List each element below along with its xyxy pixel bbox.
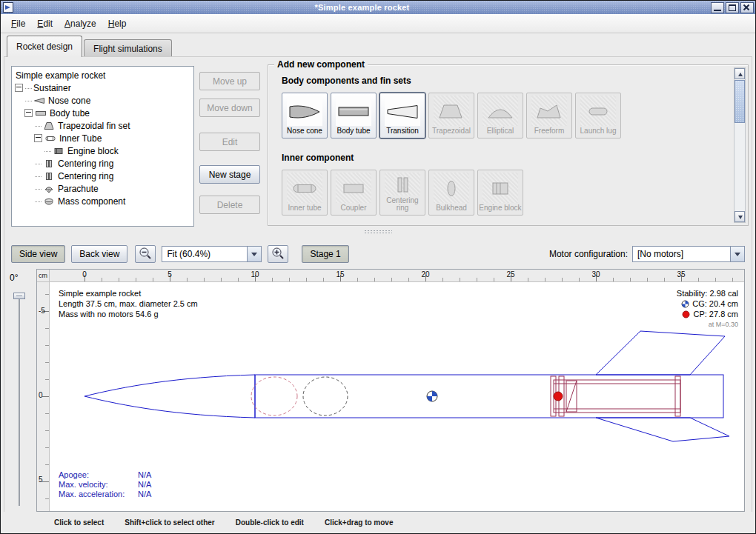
coupler-icon [336, 173, 371, 203]
hint-click-select: Click to select [54, 518, 104, 527]
titlebar: *Simple example rocket [1, 1, 755, 15]
component-button-centering-ring[interactable]: Centering ring [379, 170, 425, 216]
inner-tube-icon [287, 173, 322, 203]
tab-flight-simulations[interactable]: Flight simulations [84, 39, 172, 57]
move-down-button[interactable]: Move down [199, 99, 260, 117]
maximize-button[interactable] [726, 2, 739, 13]
component-button-launch-lug[interactable]: Launch lug [575, 93, 621, 138]
menu-help[interactable]: Help [102, 16, 133, 31]
rocket-view-panel: 0° cm 0 5 10 15 20 25 30 35 -5 0 5 [1, 269, 755, 512]
splitter-grip[interactable] [364, 230, 392, 234]
menu-file[interactable]: File [5, 16, 31, 31]
motor-configuration-select[interactable]: [No motors] [632, 246, 745, 262]
rocket-canvas: cm 0 5 10 15 20 25 30 35 -5 0 5 [36, 269, 745, 512]
tree-item-fin-set[interactable]: Trapezoidal fin set [12, 119, 193, 132]
menubar: File Edit Analyze Help [1, 14, 755, 33]
menu-edit[interactable]: Edit [31, 16, 59, 31]
inner-section-label: Inner component [282, 153, 354, 163]
tree-item-engine-block[interactable]: Engine block [12, 144, 193, 157]
zoom-level-select[interactable]: Fit (60.4%) [162, 246, 262, 262]
component-button-elliptical[interactable]: Elliptical [477, 93, 523, 138]
inner-tube-assembly [551, 376, 680, 416]
group-title: Add new component [274, 59, 368, 70]
transition-icon [385, 96, 420, 126]
view-toolbar: Side view Back view Fit (60.4%) Stage 1 … [1, 243, 755, 265]
hint-double-click: Double-click to edit [236, 518, 304, 527]
move-up-button[interactable]: Move up [199, 72, 260, 90]
centering-ring-icon [385, 173, 420, 196]
tree-item-mass-component[interactable]: Mass component [12, 195, 193, 207]
component-button-inner-tube[interactable]: Inner tube [282, 170, 328, 216]
component-button-body-tube[interactable]: Body tube [331, 93, 377, 138]
window-title: *Simple example rocket [13, 3, 711, 12]
body-component-buttons: Nose cone Body tube Transition Trapezoid… [282, 93, 621, 138]
zoom-out-button[interactable] [135, 245, 156, 263]
centering-ring-rear-shape [675, 376, 680, 416]
flight-data: Apogee:N/A Max. velocity:N/A Max. accele… [59, 470, 151, 499]
component-scrollbar [734, 67, 746, 223]
rocket-drawing-area[interactable]: Simple example rocket Length 37.5 cm, ma… [50, 282, 744, 511]
body-section-label: Body components and fin sets [282, 76, 411, 86]
delete-button[interactable]: Delete [199, 196, 260, 214]
ruler-unit-label: cm [37, 270, 50, 282]
cp-symbol [554, 392, 563, 401]
scroll-up-button[interactable] [735, 68, 745, 79]
scroll-down-button[interactable] [735, 211, 745, 222]
edit-button[interactable]: Edit [199, 133, 260, 151]
component-button-coupler[interactable]: Coupler [331, 170, 377, 216]
centering-ring-icon [43, 172, 55, 181]
back-view-button[interactable]: Back view [71, 245, 127, 263]
close-button[interactable] [740, 2, 754, 13]
add-component-group: Add new component Body components and fi… [268, 64, 749, 226]
component-button-freeform[interactable]: Freeform [526, 93, 572, 138]
freeform-fin-icon [531, 96, 567, 126]
scrollbar-thumb[interactable] [735, 80, 745, 123]
component-button-bulkhead[interactable]: Bulkhead [428, 170, 474, 216]
zoom-out-icon [139, 247, 152, 262]
bulkhead-icon [434, 173, 469, 203]
rotation-control: 0° [1, 269, 36, 512]
stage-1-toggle[interactable]: Stage 1 [302, 245, 348, 263]
component-tree[interactable]: Simple example rocket Sustainer Nose con… [11, 66, 194, 227]
stability-info: Stability: 2.98 cal CG: 20.4 cm CP: 27.8… [677, 288, 738, 330]
nose-cone-icon [33, 96, 45, 105]
zoom-in-button[interactable] [268, 245, 288, 263]
zoom-in-icon [271, 247, 285, 262]
tree-item-centering-ring-1[interactable]: Centering ring [12, 157, 193, 170]
tree-item-nose-cone[interactable]: Nose cone [12, 94, 193, 107]
body-tube-icon [35, 109, 47, 118]
tree-item-rocket[interactable]: Simple example rocket [12, 69, 193, 81]
component-button-engine-block[interactable]: Engine block [477, 170, 523, 216]
cp-icon [682, 310, 690, 318]
app-window: *Simple example rocket File Edit Analyze… [0, 0, 756, 534]
component-button-transition[interactable]: Transition [379, 93, 425, 138]
component-button-nose-cone[interactable]: Nose cone [282, 93, 328, 138]
tree-expander[interactable] [34, 134, 42, 142]
horizontal-ruler: 0 5 10 15 20 25 30 35 [50, 270, 744, 282]
rotation-angle-label: 0° [10, 273, 18, 283]
tab-rocket-design[interactable]: Rocket design [7, 36, 82, 57]
rocket-info: Simple example rocket Length 37.5 cm, ma… [59, 288, 198, 319]
minimize-button[interactable] [711, 2, 724, 13]
rotation-slider-handle[interactable] [13, 293, 25, 299]
new-stage-button[interactable]: New stage [199, 165, 260, 184]
tree-item-inner-tube[interactable]: Inner Tube [12, 132, 193, 144]
window-icon [3, 2, 13, 13]
trapezoidal-fin-icon [434, 96, 469, 126]
cg-icon [681, 300, 689, 308]
component-button-trapezoidal[interactable]: Trapezoidal [428, 93, 474, 138]
rotation-slider-track [19, 294, 20, 506]
tree-item-body-tube[interactable]: Body tube [12, 107, 193, 119]
tree-item-parachute[interactable]: Parachute [12, 182, 193, 195]
menu-analyze[interactable]: Analyze [59, 16, 102, 31]
engine-block-icon [53, 147, 64, 156]
hint-shift-click: Shift+click to select other [125, 518, 214, 527]
side-view-button[interactable]: Side view [11, 245, 65, 263]
hint-drag: Click+drag to move [325, 518, 394, 527]
mass-component-icon [43, 197, 55, 206]
centering-ring-icon [43, 159, 55, 168]
tree-item-centering-ring-2[interactable]: Centering ring [12, 170, 193, 182]
tree-expander[interactable] [15, 84, 23, 92]
tree-expander[interactable] [24, 109, 33, 117]
tree-item-sustainer[interactable]: Sustainer [12, 81, 193, 94]
